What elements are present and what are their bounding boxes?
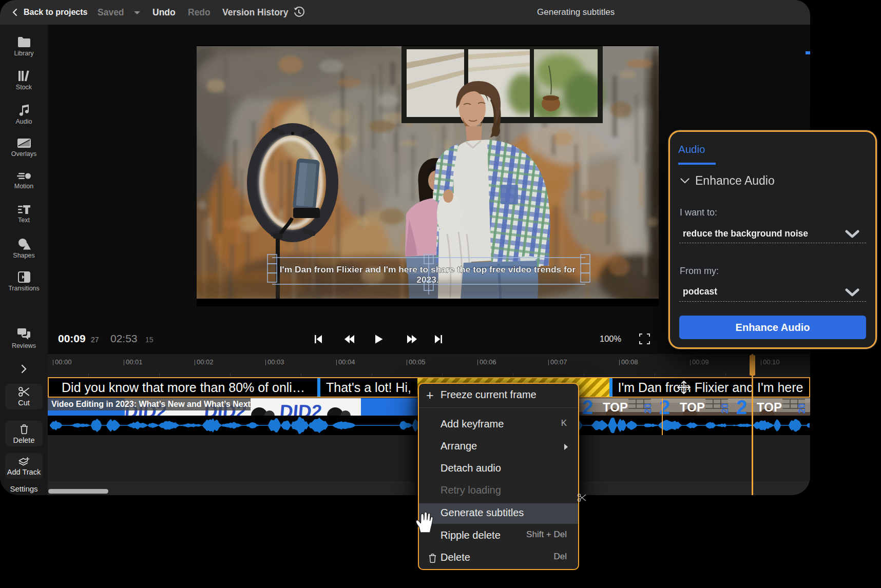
svg-text:20: 20 xyxy=(643,403,653,414)
svg-text:2: 2 xyxy=(659,398,670,416)
svg-text:DID: DID xyxy=(279,401,313,416)
svg-text:20: 20 xyxy=(797,403,807,414)
svg-text:2: 2 xyxy=(736,398,747,416)
svg-text:TOP: TOP xyxy=(680,400,705,414)
svg-text:TOP: TOP xyxy=(757,400,782,414)
svg-text:2: 2 xyxy=(582,398,593,416)
svg-text:2: 2 xyxy=(311,401,323,416)
svg-text:20: 20 xyxy=(720,403,730,414)
svg-text:TOP: TOP xyxy=(603,400,628,414)
